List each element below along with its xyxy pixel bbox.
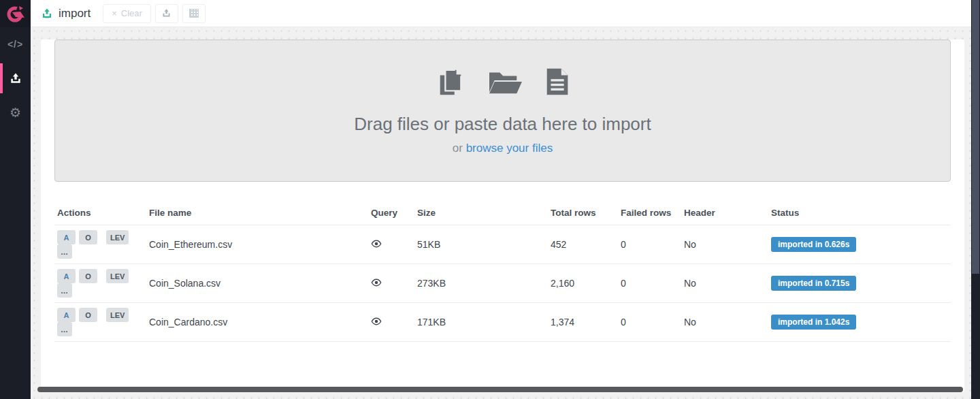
file-dropzone[interactable]: Drag files or paste data here to import … — [54, 39, 951, 182]
gear-icon: ⚙ — [10, 105, 21, 121]
sidebar-item-queries[interactable]: </> — [0, 27, 31, 61]
document-icon — [544, 66, 571, 97]
topbar: import × Clear — [31, 0, 971, 27]
open-folder-icon — [487, 66, 523, 97]
dropzone-icons — [435, 66, 571, 97]
action-o-button[interactable]: O — [79, 230, 97, 244]
table-row: AOLEV…Coin_Solana.csv273KB2,1600Noimport… — [54, 264, 951, 303]
app-logo[interactable] — [0, 0, 31, 27]
actions-cell: AOLEV… — [54, 264, 146, 303]
import-panel: Drag files or paste data here to import … — [41, 39, 964, 392]
view-query-button[interactable] — [371, 277, 382, 288]
total-rows-cell: 452 — [548, 225, 618, 264]
or-text: or — [453, 142, 466, 155]
horizontal-scrollbar[interactable] — [37, 387, 963, 392]
status-cell: imported in 0.626s — [768, 225, 951, 264]
clear-button-label: Clear — [121, 8, 142, 18]
action-a-button[interactable]: A — [57, 308, 76, 322]
table-grid-icon — [189, 9, 199, 18]
eye-icon — [371, 316, 382, 327]
failed-rows-cell: 0 — [618, 303, 681, 342]
failed-rows-cell: 0 — [618, 225, 681, 264]
file-name-cell: Coin_Solana.csv — [146, 264, 368, 303]
query-cell — [368, 264, 414, 303]
actions-cell: AOLEV… — [54, 303, 146, 342]
sidebar-item-import[interactable] — [0, 61, 31, 95]
eye-icon — [371, 277, 382, 288]
page-title-wrap: import — [41, 7, 91, 20]
col-header-total-rows: Total rows — [548, 202, 618, 225]
failed-rows-cell: 0 — [618, 264, 681, 303]
status-badge: imported in 0.715s — [771, 276, 856, 291]
eye-icon — [371, 238, 382, 249]
view-query-button[interactable] — [371, 316, 382, 327]
action-more-button[interactable]: … — [57, 244, 72, 259]
col-header-size: Size — [414, 202, 548, 225]
col-header-actions: Actions — [54, 202, 146, 225]
file-name-cell: Coin_Ethereum.csv — [146, 225, 368, 264]
upload-icon — [161, 8, 172, 18]
action-more-button[interactable]: … — [57, 322, 72, 336]
page-title: import — [59, 7, 91, 20]
table-row: AOLEV…Coin_Ethereum.csv51KB4520Noimporte… — [54, 225, 951, 264]
grid-view-button[interactable] — [182, 4, 206, 23]
status-cell: imported in 1.042s — [768, 303, 951, 342]
total-rows-cell: 1,374 — [548, 303, 618, 342]
query-cell — [368, 303, 414, 342]
table-row: AOLEV…Coin_Cardano.csv171KB1,3740Noimpor… — [54, 303, 951, 342]
main-content: Drag files or paste data here to import … — [31, 27, 971, 399]
action-lev-button[interactable]: LEV — [106, 230, 129, 244]
view-query-button[interactable] — [371, 238, 382, 249]
action-lev-button[interactable]: LEV — [106, 308, 129, 322]
status-badge: imported in 1.042s — [771, 315, 856, 330]
size-cell: 51KB — [414, 225, 548, 264]
upload-button[interactable] — [155, 4, 178, 23]
action-a-button[interactable]: A — [57, 230, 76, 244]
col-header-failed-rows: Failed rows — [618, 202, 681, 225]
browse-files-link[interactable]: browse your files — [466, 142, 553, 155]
col-header-query: Query — [368, 202, 414, 225]
logo-icon — [6, 4, 25, 23]
sidebar-item-settings[interactable]: ⚙ — [0, 95, 31, 129]
action-o-button[interactable]: O — [79, 269, 97, 283]
code-icon: </> — [7, 39, 23, 50]
actions-cell: AOLEV… — [54, 225, 146, 264]
file-name-cell: Coin_Cardano.csv — [146, 303, 368, 342]
status-cell: imported in 0.715s — [768, 264, 951, 303]
action-o-button[interactable]: O — [79, 308, 97, 322]
size-cell: 273KB — [414, 264, 548, 303]
query-cell — [368, 225, 414, 264]
imports-table: Actions File name Query Size Total rows … — [54, 202, 951, 342]
action-more-button[interactable]: … — [57, 283, 72, 298]
sidebar: </> ⚙ — [0, 0, 31, 399]
action-a-button[interactable]: A — [57, 269, 76, 283]
action-lev-button[interactable]: LEV — [106, 269, 129, 283]
vertical-scrollbar-track[interactable] — [971, 0, 980, 399]
clear-button[interactable]: × Clear — [103, 4, 151, 23]
header-cell: No — [681, 264, 768, 303]
imports-table-wrap: Actions File name Query Size Total rows … — [54, 202, 951, 342]
copy-files-icon — [435, 66, 466, 97]
col-header-status: Status — [768, 202, 951, 225]
dropzone-heading: Drag files or paste data here to import — [354, 114, 651, 135]
status-badge: imported in 0.626s — [771, 237, 856, 252]
vertical-scrollbar-thumb[interactable] — [972, 0, 979, 274]
size-cell: 171KB — [414, 303, 548, 342]
col-header-header: Header — [681, 202, 768, 225]
total-rows-cell: 2,160 — [548, 264, 618, 303]
close-icon: × — [112, 8, 117, 18]
upload-icon — [9, 71, 22, 85]
table-header-row: Actions File name Query Size Total rows … — [54, 202, 951, 225]
col-header-file-name: File name — [146, 202, 368, 225]
dropzone-subtext: or browse your files — [453, 142, 553, 155]
header-cell: No — [681, 303, 768, 342]
import-title-icon — [41, 7, 53, 20]
header-cell: No — [681, 225, 768, 264]
